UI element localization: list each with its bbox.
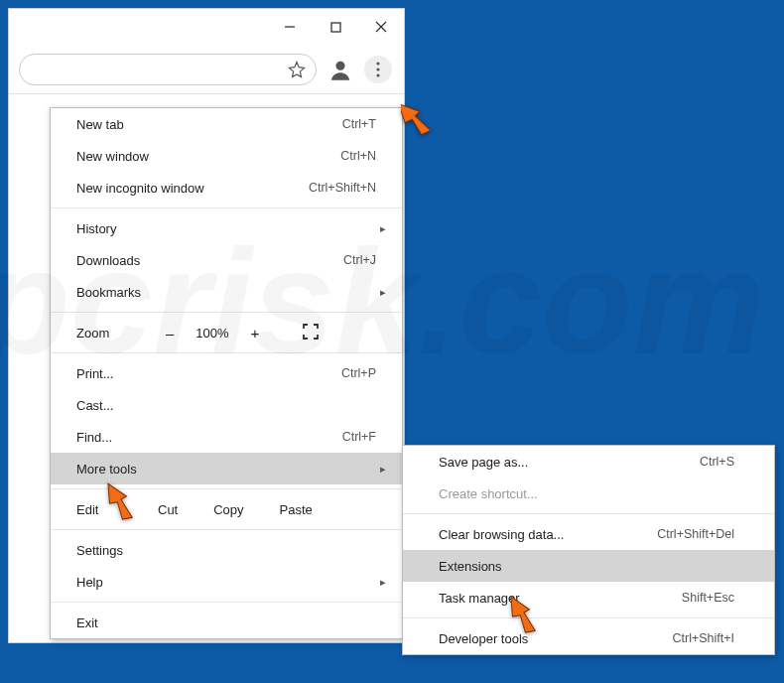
label: Extensions — [439, 559, 734, 574]
annotation-arrow-icon — [401, 91, 435, 131]
label: Cast... — [76, 398, 376, 413]
kebab-icon — [376, 62, 380, 77]
menu-item-zoom: Zoom – 100% + — [51, 317, 402, 348]
svg-point-8 — [376, 73, 379, 76]
zoom-in-button[interactable]: + — [251, 325, 260, 342]
separator — [51, 488, 402, 489]
submenu-item-create-shortcut: Create shortcut... — [403, 478, 774, 509]
label: Bookmarks — [76, 285, 376, 300]
chevron-right-icon: ▸ — [380, 463, 386, 476]
menu-item-bookmarks[interactable]: Bookmarks▸ — [51, 276, 402, 308]
svg-point-5 — [335, 61, 344, 69]
menu-item-help[interactable]: Help▸ — [51, 566, 402, 598]
separator — [51, 207, 402, 208]
fullscreen-icon — [303, 324, 319, 340]
zoom-percent: 100% — [196, 326, 228, 341]
toolbar — [9, 45, 404, 94]
shortcut: Ctrl+N — [340, 149, 376, 163]
shortcut: Ctrl+P — [341, 366, 376, 380]
menu-button[interactable] — [364, 56, 392, 83]
menu-item-print[interactable]: Print...Ctrl+P — [51, 357, 402, 389]
address-bar[interactable] — [19, 54, 317, 85]
shortcut: Ctrl+J — [343, 253, 376, 267]
menu-item-more-tools[interactable]: More tools▸ — [51, 453, 402, 484]
submenu-item-clear-data[interactable]: Clear browsing data...Ctrl+Shift+Del — [403, 518, 774, 550]
separator — [51, 529, 402, 530]
label: Settings — [76, 543, 376, 558]
label: Save page as... — [439, 455, 700, 470]
separator — [403, 617, 774, 618]
separator — [51, 352, 402, 353]
label: Clear browsing data... — [439, 527, 657, 542]
paste-button[interactable]: Paste — [280, 502, 313, 517]
shortcut: Ctrl+Shift+I — [672, 631, 734, 645]
label: Developer tools — [439, 631, 672, 646]
close-button[interactable] — [358, 9, 404, 45]
label: New window — [76, 149, 340, 164]
menu-item-exit[interactable]: Exit — [51, 607, 402, 638]
menu-item-cast[interactable]: Cast... — [51, 389, 402, 421]
menu-item-downloads[interactable]: DownloadsCtrl+J — [51, 244, 402, 276]
titlebar — [9, 9, 404, 45]
maximize-button[interactable] — [313, 9, 358, 45]
label: Task manager — [439, 591, 682, 606]
label: Create shortcut... — [439, 486, 734, 501]
menu-item-settings[interactable]: Settings — [51, 534, 402, 566]
chevron-right-icon: ▸ — [380, 576, 386, 589]
label: Find... — [76, 430, 342, 445]
label: New tab — [76, 117, 342, 132]
separator — [403, 513, 774, 514]
label: Exit — [76, 615, 376, 630]
menu-item-find[interactable]: Find...Ctrl+F — [51, 421, 402, 453]
shortcut: Ctrl+Shift+Del — [657, 527, 734, 541]
menu-item-new-tab[interactable]: New tabCtrl+T — [51, 108, 402, 140]
label: More tools — [76, 462, 376, 477]
menu-item-new-window[interactable]: New windowCtrl+N — [51, 140, 402, 172]
zoom-out-button[interactable]: – — [166, 325, 174, 342]
shortcut: Ctrl+T — [342, 117, 376, 131]
chevron-right-icon: ▸ — [380, 222, 386, 235]
shortcut: Ctrl+S — [700, 455, 734, 469]
label: New incognito window — [76, 181, 309, 196]
label: Edit — [76, 502, 130, 517]
close-icon — [375, 21, 387, 33]
fullscreen-button[interactable] — [303, 324, 319, 342]
separator — [51, 312, 402, 313]
minimize-icon — [284, 21, 296, 33]
label: Print... — [76, 366, 341, 381]
submenu-item-save-page[interactable]: Save page as...Ctrl+S — [403, 446, 774, 478]
bookmark-star-icon[interactable] — [288, 61, 306, 78]
label: Help — [76, 575, 376, 590]
shortcut: Ctrl+Shift+N — [309, 181, 376, 195]
menu-item-edit: Edit Cut Copy Paste — [51, 493, 402, 525]
submenu-item-extensions[interactable]: Extensions — [403, 550, 774, 582]
menu-item-incognito[interactable]: New incognito windowCtrl+Shift+N — [51, 172, 402, 204]
maximize-icon — [330, 22, 341, 33]
chevron-right-icon: ▸ — [380, 286, 386, 299]
profile-button[interactable] — [327, 56, 354, 83]
submenu-item-task-manager[interactable]: Task managerShift+Esc — [403, 582, 774, 614]
label: Zoom — [76, 326, 166, 341]
svg-rect-1 — [331, 23, 340, 32]
main-menu: New tabCtrl+T New windowCtrl+N New incog… — [50, 107, 403, 639]
shortcut: Ctrl+F — [342, 430, 376, 444]
svg-point-7 — [376, 68, 379, 70]
cut-button[interactable]: Cut — [158, 502, 178, 517]
person-icon — [327, 57, 353, 82]
submenu-item-devtools[interactable]: Developer toolsCtrl+Shift+I — [403, 622, 774, 654]
copy-button[interactable]: Copy — [213, 502, 243, 517]
svg-point-6 — [376, 62, 379, 65]
shortcut: Shift+Esc — [682, 591, 734, 605]
minimize-button[interactable] — [267, 9, 313, 45]
label: History — [76, 221, 376, 236]
menu-item-history[interactable]: History▸ — [51, 212, 402, 244]
more-tools-submenu: Save page as...Ctrl+S Create shortcut...… — [402, 445, 775, 655]
label: Downloads — [76, 253, 343, 268]
separator — [51, 602, 402, 603]
